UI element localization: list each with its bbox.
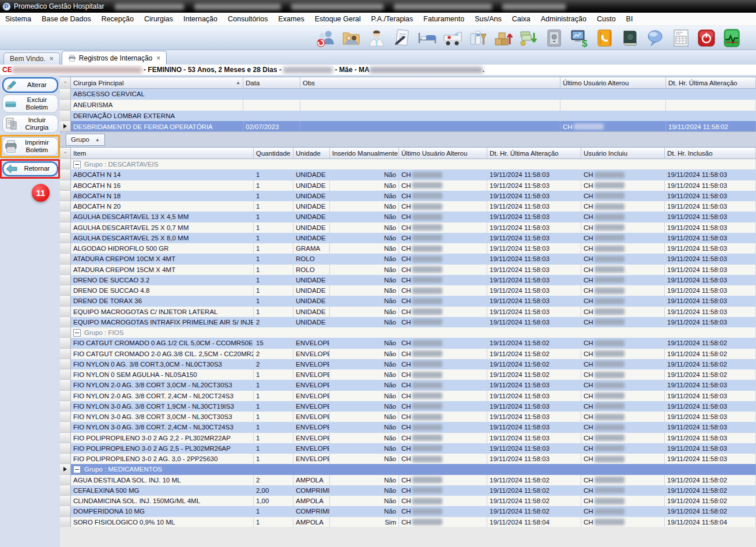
close-icon[interactable]: × [156,54,160,62]
incluir-cirurgia-button[interactable]: Incluir Cirurgia [2,115,58,133]
item-row[interactable]: ATADURA CREPOM 15CM X 4MT1ROLONãoCH19/11… [60,265,756,275]
item-row[interactable]: CLINDAMICINA SOL. INJ. 150MG/ML 4ML1,00A… [60,496,756,506]
ledger-book-icon[interactable] [620,28,640,48]
menu-estoque-geral[interactable]: Estoque Geral [310,15,366,23]
item-row[interactable]: EQUIPO MACROGOTAS INTRAFIX PRIMELINE AIR… [60,317,756,327]
menu-sus-ans[interactable]: Sus/Ans [469,15,507,23]
safe-vault-icon[interactable] [544,28,564,48]
item-row[interactable]: SORO FISIOLOGICO 0,9% 10 ML1AMPOLASimCH1… [60,517,756,527]
column-header-5[interactable]: Dt. Hr. Última Alteração [666,77,756,89]
menu-recep-o[interactable]: Recepção [96,15,139,23]
column-header-1[interactable]: Cirurgia Principal▲ [71,77,243,89]
item-row[interactable]: ALGODAO HIDROFILO 500 GR1GRAMANãoCH19/11… [60,243,756,254]
item-row[interactable]: FIO CATGUT CROMADO 0 AG.1/2 CIL 5,0CM - … [60,338,756,348]
shutdown-icon[interactable] [697,28,716,48]
item-row[interactable]: FIO POLIPROPILENO 3-0 2 AG. 3,0 - 2PP256… [60,454,756,464]
item-row[interactable]: FIO NYLON 2-0 AG. 3/8 CORT. 2,4CM - NL20… [60,391,756,401]
item-row[interactable]: FIO POLIPROPILENO 3-0 2 AG 2,5 - PL302MR… [60,443,756,454]
column-header-2[interactable]: Quantidade [254,148,294,159]
button-label: Retornar [18,165,56,172]
column-header-1[interactable]: Item [71,148,254,159]
patients-folder-icon[interactable] [341,28,361,48]
system-monitor-icon[interactable] [722,28,742,48]
tab-registros-de-internacao[interactable]: Registros de Internação × [62,51,167,65]
chat-bubble-icon[interactable] [646,28,665,48]
imprimir-boletim-button[interactable]: Imprimir Boletim [2,137,58,156]
column-header-6[interactable]: Dt. Hr. Última Alteração [487,148,581,159]
item-row[interactable]: ATADURA CREPOM 10CM X 4MT1ROLONãoCH19/11… [60,254,756,264]
item-row[interactable]: FIO NYLON 3-0 AG. 3/8 CORT 1,9CM - NL30C… [60,401,756,412]
pharmacy-stock-icon[interactable] [468,28,488,48]
column-header-8[interactable]: Dt. Hr. Inclusão [665,148,756,159]
menu-exames[interactable]: Exames [273,15,310,23]
menu-interna-o[interactable]: Internação [178,15,223,23]
column-header-3[interactable]: Obs [300,77,561,89]
collapse-group-icon[interactable] [73,161,81,168]
close-icon[interactable]: × [50,55,54,63]
surgery-row[interactable]: DESBRIDAMENTO DE FERIDA OPERATÓRIA02/07/… [60,121,756,132]
menu-p-a-terapias[interactable]: P.A./Terapias [366,15,419,23]
item-row[interactable]: DRENO DE TORAX 361UNIDADENãoCH19/11/2024… [60,296,756,306]
prescription-icon[interactable] [392,28,412,48]
item-row[interactable]: ABOCATH N 181UNIDADENãoCH19/11/2024 11:5… [60,191,756,201]
collapse-group-icon[interactable] [73,329,81,337]
group-row[interactable]: Grupo : FIOS [60,327,756,338]
item-row[interactable]: ABOCATH N 161UNIDADENãoCH19/11/2024 11:5… [60,180,756,191]
menu-faturamento[interactable]: Faturamento [418,15,469,23]
phone-directory-icon[interactable] [595,28,615,48]
surgery-row[interactable]: ANEURISMA [60,100,756,111]
item-row[interactable]: FIO NYLON 3-0 AG. 3/8 CORT 3,0CM - NL30C… [60,412,756,422]
item-row[interactable]: AGUA DESTILADA SOL. INJ. 10 ML2AMPOLANão… [60,475,756,485]
stock-entry-icon[interactable] [494,28,513,48]
item-row[interactable]: AGULHA DESCARTAVEL 25 X 8,0 MM1UNIDADENã… [60,233,756,243]
retornar-button[interactable]: Retornar [2,161,58,176]
item-row[interactable]: ABOCATH N 201UNIDADENãoCH19/11/2024 11:5… [60,201,756,212]
item-row[interactable]: FIO NYLON 0 SEM AGULHA - NL0SA1501ENVELO… [60,369,756,380]
item-row[interactable]: FIO NYLON 3-0 AG. 3/8 CORT. 2,4CM - NL30… [60,422,756,432]
surgery-row[interactable]: ABSCESSO CERVICAL [60,89,756,100]
alterar-button[interactable]: Alterar [2,77,58,93]
menu-cirurgias[interactable]: Cirurgias [139,15,178,23]
item-row[interactable]: AGULHA DESCARTAVEL 25 X 0,7 MM1UNIDADENã… [60,222,756,233]
menu-caixa[interactable]: Caixa [507,15,536,23]
hospital-bed-icon[interactable] [418,28,437,48]
doctor-icon[interactable] [367,28,386,48]
column-header-5[interactable]: Último Usuário Alterou [399,148,487,159]
excluir-boletim-button[interactable]: Excluir Boletim [2,95,58,113]
stock-exit-icon[interactable] [519,28,539,48]
item-row[interactable]: FIO POLIPROPILENO 3-0 2 AG 2,2 - PL302MR… [60,433,756,443]
item-row[interactable]: FIO CATGUT CROMADO 2-0 AG.3/8 CIL. 2,5CM… [60,349,756,359]
item-row[interactable]: DRENO DE SUCCAO 4.81UNIDADENãoCH19/11/20… [60,285,756,296]
doc-icon [4,117,18,131]
item-row[interactable]: AGULHA DESCARTAVEL 13 X 4,5 MM1UNIDADENã… [60,212,756,222]
collapse-group-icon[interactable] [73,466,81,473]
item-row[interactable]: FIO NYLON 0 AG. 3/8 CORT.3,0CM - NL0CT30… [60,359,756,369]
group-column-chip[interactable]: Grupo ▲ [66,134,105,146]
menu-custo[interactable]: Custo [592,15,621,23]
menu-administra-o[interactable]: Administração [536,15,592,23]
item-row[interactable]: FIO NYLON 2-0 AG. 3/8 CORT 3,0CM - NL20C… [60,380,756,390]
ambulance-icon[interactable] [443,28,462,48]
menu-bi[interactable]: BI [621,15,638,23]
item-row[interactable]: DOMPERIDONA 10 MG1COMPRIMIDNãoCH19/11/20… [60,506,756,516]
column-header-7[interactable]: Usuário Incluiu [581,148,665,159]
item-row[interactable]: ABOCATH N 141UNIDADENãoCH19/11/2024 11:5… [60,169,756,180]
inserido-manualmente-cell: Não [330,233,399,243]
column-header-4[interactable]: Último Usuário Alterou [561,77,666,89]
column-header-2[interactable]: Data [243,77,300,89]
tab-bem-vindo[interactable]: Bem Vindo. × [3,52,60,65]
invoice-icon[interactable] [671,28,691,48]
surgery-row[interactable]: DERIVAÇÃO LOMBAR EXTERNA [60,111,756,122]
group-row[interactable]: Grupo : DESCARTAVEIS [60,159,756,169]
menu-base-de-dados[interactable]: Base de Dados [36,15,96,23]
contacts-sync-icon[interactable] [316,28,336,48]
menu-consult-rios[interactable]: Consultórios [223,15,273,23]
item-row[interactable]: DRENO DE SUCCAO 3.21UNIDADENãoCH19/11/20… [60,275,756,285]
billing-monitor-icon[interactable]: $ [570,28,589,48]
group-row[interactable]: Grupo : MEDICAMENTOS [60,464,756,474]
item-row[interactable]: EQUIPO MACROGOTAS C/ INJETOR LATERAL1UNI… [60,307,756,317]
column-header-3[interactable]: Unidade [294,148,330,159]
column-header-4[interactable]: Inserido Manualmente [330,148,399,159]
menu-sistema[interactable]: Sistema [0,15,36,23]
item-row[interactable]: CEFALEXINA 500 MG2,00COMPRIMIDNãoCH19/11… [60,485,756,496]
